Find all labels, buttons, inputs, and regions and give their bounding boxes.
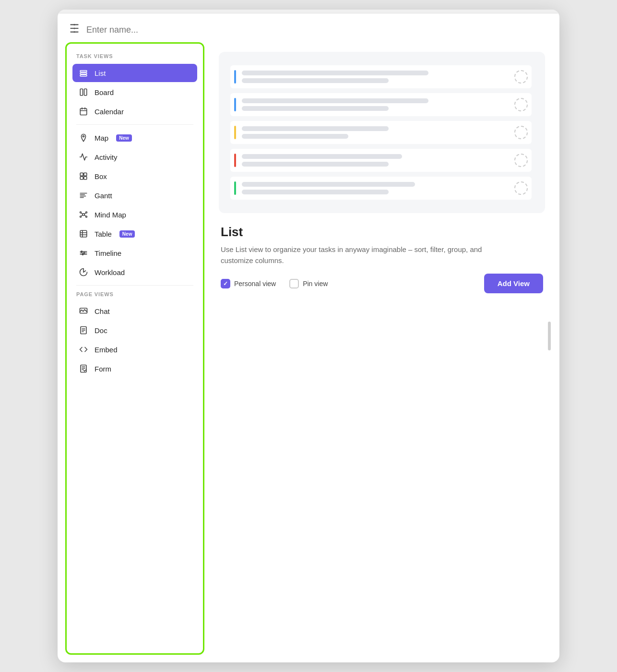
row-circle: [514, 98, 528, 111]
row-line: [242, 182, 415, 187]
sidebar-item-board[interactable]: Board: [72, 83, 197, 101]
list-row: [230, 121, 532, 144]
top-bar: [58, 10, 559, 13]
page-views-label: PAGE VIEWS: [72, 289, 197, 301]
row-circle: [514, 181, 528, 195]
row-bar: [234, 98, 236, 111]
preview-area: [219, 52, 545, 213]
activity-label: Activity: [95, 153, 118, 161]
svg-rect-11: [80, 108, 87, 115]
sidebar-item-table[interactable]: Table New: [72, 225, 197, 243]
svg-rect-6: [80, 71, 87, 72]
gantt-label: Gantt: [95, 192, 112, 200]
box-icon: [78, 172, 89, 180]
sidebar-item-list[interactable]: List: [72, 64, 197, 82]
table-icon: [78, 229, 89, 238]
svg-point-41: [83, 252, 84, 253]
activity-icon: [78, 153, 89, 161]
sidebar-item-gantt[interactable]: Gantt: [72, 186, 197, 204]
timeline-icon: [78, 249, 89, 257]
row-lines: [242, 71, 509, 83]
svg-rect-33: [80, 230, 87, 237]
svg-rect-18: [80, 177, 83, 180]
view-title: List: [221, 225, 543, 240]
gantt-icon: [78, 191, 89, 200]
personal-view-checkbox[interactable]: [221, 279, 230, 288]
row-lines: [242, 126, 509, 139]
svg-point-42: [82, 254, 83, 255]
modal-container: TASK VIEWS List: [58, 10, 559, 662]
sidebar-item-embed[interactable]: Embed: [72, 340, 197, 359]
map-badge: New: [116, 134, 132, 142]
workload-label: Workload: [95, 268, 125, 276]
sidebar-item-form[interactable]: Form: [72, 360, 197, 378]
row-line: [242, 71, 428, 75]
row-bar: [234, 126, 236, 139]
calendar-icon: [78, 107, 89, 116]
row-line: [242, 190, 389, 194]
svg-rect-19: [84, 177, 87, 180]
header-icon: [68, 22, 81, 37]
svg-line-31: [81, 215, 83, 216]
row-lines: [242, 98, 509, 111]
sidebar-item-activity[interactable]: Activity: [72, 148, 197, 166]
row-circle: [514, 70, 528, 84]
svg-rect-17: [84, 173, 87, 176]
row-bar: [234, 70, 236, 84]
modal-body: TASK VIEWS List: [58, 42, 559, 662]
sidebar-item-map[interactable]: Map New: [72, 129, 197, 147]
board-label: Board: [95, 88, 114, 96]
box-label: Box: [95, 172, 107, 180]
name-input[interactable]: [86, 25, 549, 35]
row-line: [242, 106, 389, 111]
svg-rect-7: [80, 72, 87, 74]
row-line: [242, 154, 402, 159]
embed-icon: [78, 345, 89, 354]
row-bar: [234, 154, 236, 167]
doc-label: Doc: [95, 326, 107, 335]
pin-view-checkbox[interactable]: [289, 279, 299, 288]
mindmap-label: Mind Map: [95, 211, 126, 219]
view-description: Use List view to organize your tasks in …: [221, 244, 509, 266]
sidebar-item-workload[interactable]: Workload: [72, 263, 197, 281]
list-label: List: [95, 69, 106, 77]
pin-view-option[interactable]: Pin view: [289, 279, 328, 288]
pin-view-label: Pin view: [303, 280, 328, 288]
table-label: Table: [95, 230, 112, 238]
scroll-indicator: [548, 322, 551, 350]
row-circle: [514, 126, 528, 139]
svg-rect-10: [84, 89, 87, 96]
calendar-label: Calendar: [95, 108, 124, 116]
row-line: [242, 134, 348, 139]
divider-1: [76, 124, 193, 125]
svg-rect-8: [80, 75, 87, 76]
personal-view-option[interactable]: Personal view: [221, 279, 276, 288]
timeline-label: Timeline: [95, 249, 121, 257]
task-views-label: TASK VIEWS: [72, 51, 197, 63]
workload-icon: [78, 268, 89, 276]
doc-icon: [78, 326, 89, 335]
divider-2: [76, 285, 193, 286]
svg-point-40: [81, 251, 82, 252]
list-row: [230, 177, 532, 200]
options-row: Personal view Pin view Add View: [221, 274, 543, 293]
row-lines: [242, 182, 509, 194]
map-icon: [78, 133, 89, 142]
svg-point-15: [83, 136, 84, 137]
sidebar: TASK VIEWS List: [65, 42, 204, 655]
row-line: [242, 162, 389, 167]
add-view-button[interactable]: Add View: [484, 274, 543, 293]
sidebar-item-mindmap[interactable]: Mind Map: [72, 205, 197, 224]
svg-line-29: [81, 213, 83, 214]
sidebar-item-box[interactable]: Box: [72, 167, 197, 185]
row-line: [242, 126, 389, 131]
sidebar-item-doc[interactable]: Doc: [72, 321, 197, 339]
row-bar: [234, 181, 236, 195]
sidebar-item-calendar[interactable]: Calendar: [72, 102, 197, 120]
mindmap-icon: [78, 210, 89, 219]
row-line: [242, 78, 389, 83]
sidebar-item-chat[interactable]: Chat: [72, 302, 197, 320]
personal-view-label: Personal view: [234, 280, 276, 288]
svg-line-30: [84, 213, 86, 214]
sidebar-item-timeline[interactable]: Timeline: [72, 244, 197, 262]
